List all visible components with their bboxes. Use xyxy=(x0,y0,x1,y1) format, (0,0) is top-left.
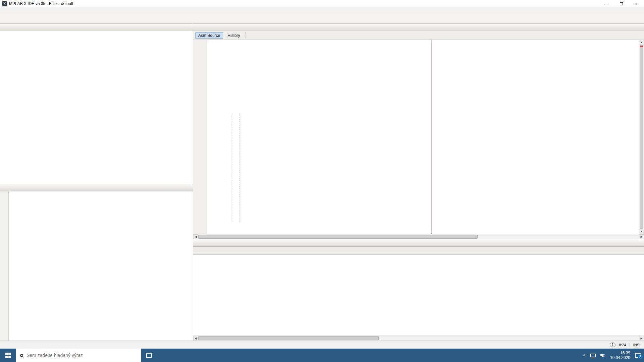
editor-vertical-scrollbar[interactable]: ▲ ▼ xyxy=(639,40,644,234)
scroll-down-arrow[interactable]: ▼ xyxy=(639,229,644,234)
scroll-left-arrow[interactable]: ◀ xyxy=(193,234,198,239)
clock-time: 16:39 xyxy=(610,351,630,355)
close-icon: × xyxy=(635,1,638,6)
tray-chevron-icon[interactable]: ^ xyxy=(583,353,586,358)
code-pane[interactable] xyxy=(207,40,639,234)
task-view-icon xyxy=(146,353,152,358)
dashboard-side-toolbar xyxy=(0,191,9,341)
output-panel: ◀ ▶ xyxy=(193,239,644,341)
left-column xyxy=(0,24,193,341)
status-divider xyxy=(630,343,630,347)
restore-icon xyxy=(620,2,623,5)
window-controls: × xyxy=(599,0,644,7)
history-view-button[interactable]: History xyxy=(224,32,243,39)
vertical-scroll-thumb[interactable] xyxy=(640,45,643,229)
ide-statusbar: 1 8:24 INS xyxy=(0,341,644,349)
task-view-button[interactable] xyxy=(141,349,157,362)
titlebar: X MPLAB X IDE v5.35 - Blink : default × xyxy=(0,0,644,7)
scroll-left-arrow[interactable]: ◀ xyxy=(193,336,198,341)
action-center-button[interactable]: 2 xyxy=(635,353,641,358)
scroll-right-arrow[interactable]: ▶ xyxy=(639,234,644,239)
editor-toolbar: Asm Source History xyxy=(193,31,644,40)
indent-guide xyxy=(231,114,231,222)
clock-date: 10.04.2020 xyxy=(610,355,630,360)
dashboard-tab-row xyxy=(0,184,193,191)
minimize-button[interactable] xyxy=(599,0,614,7)
error-stripe-mark[interactable] xyxy=(640,46,643,47)
windows-taskbar: ^ ))) 16:39 10.04.2020 2 xyxy=(0,349,644,362)
right-margin-line xyxy=(431,40,432,234)
scroll-up-arrow[interactable]: ▲ xyxy=(639,40,644,45)
notifications-bubble[interactable]: 1 xyxy=(610,343,616,347)
restore-button[interactable] xyxy=(614,0,629,7)
output-inner-tab-row xyxy=(193,247,644,255)
projects-tab-row xyxy=(0,24,193,31)
mplab-window: X MPLAB X IDE v5.35 - Blink : default × xyxy=(0,0,644,362)
toolbar-separator xyxy=(246,32,247,39)
notification-badge: 2 xyxy=(638,354,643,359)
projects-tree xyxy=(0,31,193,184)
search-icon xyxy=(20,354,23,357)
dashboard-panel xyxy=(0,184,193,341)
mplab-app-icon: X xyxy=(2,1,7,6)
taskbar-clock[interactable]: 16:39 10.04.2020 xyxy=(610,351,630,360)
menubar xyxy=(0,7,644,13)
minimize-icon xyxy=(604,4,608,4)
dashboard-tree xyxy=(9,191,193,341)
output-tab-row xyxy=(193,239,644,247)
window-title: MPLAB X IDE v5.35 - Blink : default xyxy=(9,1,73,6)
system-tray: ^ ))) 16:39 10.04.2020 2 xyxy=(583,349,644,362)
scroll-right-arrow[interactable]: ▶ xyxy=(639,336,644,341)
cursor-position: 8:24 xyxy=(619,343,626,347)
speaker-icon xyxy=(600,353,605,357)
volume-button[interactable]: ))) xyxy=(600,353,605,357)
start-button[interactable] xyxy=(0,349,16,362)
code-editor[interactable]: ▲ ▼ xyxy=(193,40,644,234)
editor-column: Asm Source History ▲ ▼ xyxy=(193,24,644,341)
projects-panel xyxy=(0,24,193,184)
editor-horizontal-scrollbar[interactable]: ◀ ▶ xyxy=(193,234,644,239)
main-toolbar xyxy=(0,13,644,23)
editor-tab-row xyxy=(193,24,644,31)
windows-logo-icon xyxy=(5,353,8,355)
horizontal-scroll-thumb[interactable] xyxy=(198,235,478,239)
indent-guide xyxy=(239,114,239,222)
output-horizontal-scrollbar[interactable]: ◀ ▶ xyxy=(193,336,644,341)
main-area: Asm Source History ▲ ▼ xyxy=(0,23,644,341)
build-output-log[interactable] xyxy=(193,255,644,336)
network-icon[interactable] xyxy=(590,354,596,357)
close-button[interactable]: × xyxy=(629,0,644,7)
taskbar-search[interactable] xyxy=(16,349,141,362)
horizontal-scroll-thumb[interactable] xyxy=(198,336,379,340)
line-number-gutter[interactable] xyxy=(193,40,207,234)
asm-source-view-button[interactable]: Asm Source xyxy=(195,32,223,39)
taskbar-search-input[interactable] xyxy=(26,353,127,358)
insert-mode-indicator[interactable]: INS xyxy=(633,343,639,347)
